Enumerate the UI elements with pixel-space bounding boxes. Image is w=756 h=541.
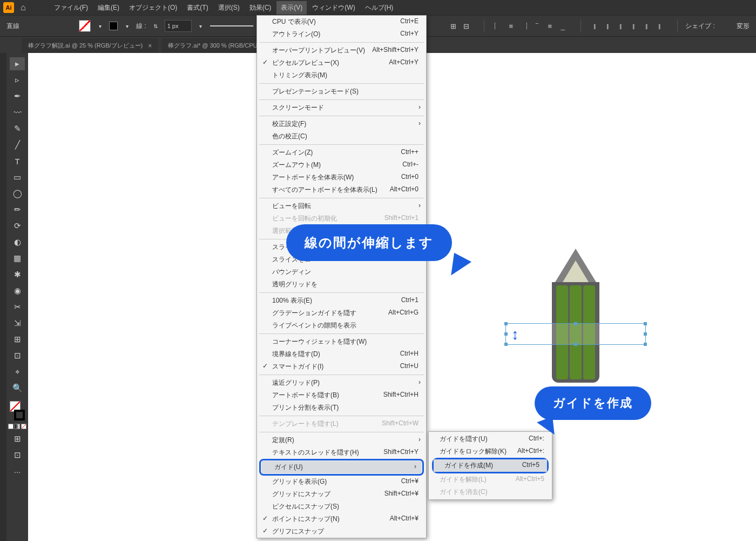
tool-button[interactable]: ···: [10, 465, 25, 478]
menu-item[interactable]: ファイル(F): [50, 1, 92, 15]
menu-item[interactable]: ビューを回転: [257, 200, 426, 212]
tool-button[interactable]: T: [10, 155, 25, 168]
distribute-btn[interactable]: ⫿: [640, 20, 652, 32]
tool-button[interactable]: ▸: [10, 57, 25, 70]
tool-button[interactable]: ◐: [10, 236, 25, 249]
menu-item[interactable]: 選択(S): [214, 1, 244, 15]
tool-button[interactable]: ⊞: [10, 432, 25, 445]
stroke-color[interactable]: [14, 410, 25, 420]
menu-item[interactable]: ピクセルにスナップ(S): [257, 500, 426, 513]
menu-item[interactable]: アウトライン(O)Ctrl+Y: [257, 28, 426, 41]
submenu-item[interactable]: ガイドを隠す(U)Ctrl+:: [429, 433, 552, 445]
menu-item[interactable]: ライブペイントの隙間を表示: [257, 319, 426, 332]
tool-button[interactable]: 🔍: [10, 382, 25, 395]
none-mode-btn[interactable]: [21, 424, 26, 429]
tool-button[interactable]: ⊡: [10, 449, 25, 462]
menu-item[interactable]: スマートガイド(I)Ctrl+U: [257, 360, 426, 373]
menu-item[interactable]: グリッドにスナップShift+Ctrl+¥: [257, 488, 426, 500]
fill-dd-icon[interactable]: ▾: [96, 22, 104, 30]
menu-item[interactable]: グラデーションガイドを隠すAlt+Ctrl+G: [257, 307, 426, 319]
tool-button[interactable]: ◯: [10, 187, 25, 200]
menu-item[interactable]: CPU で表示(V)Ctrl+E: [257, 16, 426, 28]
align-top-btn[interactable]: ‾: [531, 20, 543, 32]
distribute-btn[interactable]: ⫿: [602, 20, 613, 32]
menu-item[interactable]: オーバープリントプレビュー(V)Alt+Shift+Ctrl+Y: [257, 44, 426, 57]
color-mode-btn[interactable]: [8, 424, 14, 429]
fill-swatch[interactable]: [79, 20, 91, 32]
align-hcenter-btn[interactable]: ≡: [505, 20, 517, 32]
stroke-swatch[interactable]: [109, 22, 118, 30]
tool-button[interactable]: ✂: [10, 300, 25, 313]
menu-item[interactable]: ピクセルプレビュー(X)Alt+Ctrl+Y: [257, 57, 426, 69]
tool-button[interactable]: ✱: [10, 268, 25, 281]
tool-button[interactable]: ⟳: [10, 219, 25, 232]
tool-button[interactable]: ◉: [10, 284, 25, 297]
menu-item[interactable]: 書式(T): [183, 1, 212, 15]
close-icon[interactable]: ×: [148, 42, 152, 50]
menu-item[interactable]: 遠近グリッド(P): [257, 377, 426, 389]
document-tab[interactable]: 棒グラフ解説.ai @ 25 % (RGB/プレビュー)×: [22, 38, 158, 53]
menu-item[interactable]: グリフにスナップ: [257, 525, 426, 538]
menu-item[interactable]: 100% 表示(E)Ctrl+1: [257, 295, 426, 307]
home-icon[interactable]: ⌂: [21, 3, 26, 12]
align-btn[interactable]: ⊞: [447, 20, 459, 32]
submenu-item[interactable]: ガイドをロック解除(K)Alt+Ctrl+:: [429, 445, 552, 458]
menu-item[interactable]: プリント分割を表示(T): [257, 402, 426, 414]
menu-item[interactable]: 効果(C): [245, 1, 276, 15]
menu-item[interactable]: ズームアウト(M)Ctrl+-: [257, 159, 426, 171]
menu-item[interactable]: ポイントにスナップ(N)Alt+Ctrl+¥: [257, 513, 426, 525]
submenu-item[interactable]: ガイドを作成(M)Ctrl+5: [434, 459, 547, 472]
tool-button[interactable]: ⊞: [10, 333, 25, 346]
menu-item[interactable]: テキストのスレッドを隠す(H)Shift+Ctrl+Y: [257, 446, 426, 459]
menu-item[interactable]: アートボードを全体表示(W)Ctrl+0: [257, 171, 426, 184]
menu-item[interactable]: スクリーンモード: [257, 102, 426, 114]
tool-button[interactable]: ✎: [10, 122, 25, 135]
tab-title: 棒グラフ解説.ai @ 25 % (RGB/プレビュー): [28, 42, 143, 50]
tool-button[interactable]: ⇲: [10, 317, 25, 330]
tool-button[interactable]: ✒: [10, 90, 25, 103]
menu-item[interactable]: コーナーウィジェットを隠す(W): [257, 336, 426, 348]
menu-item[interactable]: 境界線を隠す(D)Ctrl+H: [257, 348, 426, 360]
menu-item[interactable]: すべてのアートボードを全体表示(L)Alt+Ctrl+0: [257, 184, 426, 196]
menu-item[interactable]: プレゼンテーションモード(S): [257, 85, 426, 98]
menu-item[interactable]: オブジェクト(O): [125, 1, 181, 15]
align-bottom-btn[interactable]: _: [557, 20, 569, 32]
align-btn[interactable]: ⊟: [460, 20, 472, 32]
menu-item[interactable]: 透明グリッドを: [257, 278, 426, 291]
menu-item[interactable]: ズームイン(Z)Ctrl++: [257, 146, 426, 159]
distribute-btn[interactable]: ⫿: [653, 20, 665, 32]
menu-item[interactable]: バウンディン: [257, 266, 426, 278]
align-vcenter-btn[interactable]: ≡: [544, 20, 556, 32]
align-right-btn[interactable]: ⎹: [518, 20, 530, 32]
distribute-btn[interactable]: ⫿: [627, 20, 639, 32]
menu-item[interactable]: ヘルプ(H): [361, 1, 398, 15]
stroke-width-input[interactable]: [165, 20, 192, 32]
menu-item[interactable]: アートボードを隠す(B)Shift+Ctrl+H: [257, 389, 426, 402]
tool-button[interactable]: ▭: [10, 171, 25, 184]
gradient-mode-btn[interactable]: [15, 424, 20, 429]
menu-item[interactable]: トリミング表示(M): [257, 69, 426, 82]
menu-item[interactable]: 表示(V): [276, 1, 307, 15]
menu-item[interactable]: 定規(R): [257, 434, 426, 446]
tool-button[interactable]: ▦: [10, 252, 25, 265]
menu-item[interactable]: 校正設定(F): [257, 118, 426, 130]
menu-item[interactable]: 編集(E): [93, 1, 124, 15]
distribute-btn[interactable]: ⫿: [589, 20, 600, 32]
tool-button[interactable]: ✏: [10, 203, 25, 216]
menu-item-guide[interactable]: ガイド(U): [261, 461, 422, 473]
tool-button[interactable]: ⌖: [10, 365, 25, 378]
selection-box[interactable]: [505, 323, 646, 345]
menu-item: ビューを回転の初期化Shift+Ctrl+1: [257, 212, 426, 225]
menu-item[interactable]: ウィンドウ(W): [308, 1, 359, 15]
tool-button[interactable]: 〰: [10, 106, 25, 119]
menu-item[interactable]: 色の校正(C): [257, 130, 426, 143]
tool-button[interactable]: ⊡: [10, 349, 25, 362]
stroke-width-dd[interactable]: ▾: [197, 22, 205, 30]
align-left-btn[interactable]: ⎸: [492, 20, 504, 32]
stroke-dd-icon[interactable]: ▾: [123, 22, 131, 30]
stroke-width-stepper[interactable]: ⇅: [152, 22, 159, 30]
distribute-btn[interactable]: ⫿: [615, 20, 626, 32]
tool-button[interactable]: ▹: [10, 74, 25, 86]
tool-button[interactable]: ╱: [10, 138, 25, 151]
menu-item[interactable]: グリッドを表示(G)Ctrl+¥: [257, 476, 426, 488]
